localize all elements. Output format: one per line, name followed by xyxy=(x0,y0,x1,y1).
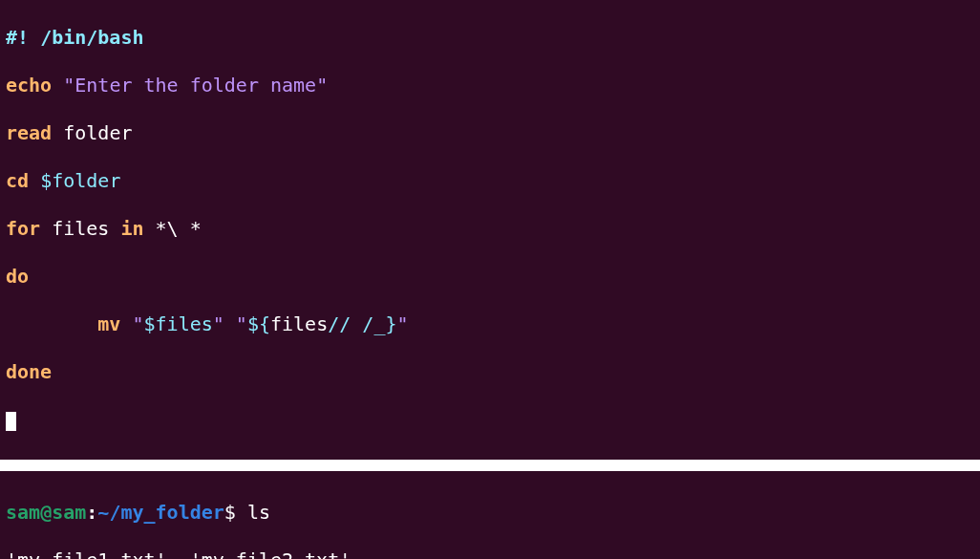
read-arg: folder xyxy=(52,121,132,144)
code-line: for files in *\ * xyxy=(6,217,974,241)
quote: " xyxy=(396,312,408,335)
keyword-read: read xyxy=(6,121,52,144)
code-line: cd $folder xyxy=(6,169,974,193)
keyword-cd: cd xyxy=(6,169,29,192)
output-ls-before: 'my file1.txt' 'my file2.txt' xyxy=(6,548,974,559)
keyword-do: do xyxy=(6,265,29,288)
keyword-echo: echo xyxy=(6,74,52,97)
prompt-user: sam xyxy=(6,501,40,524)
code-line: do xyxy=(6,265,974,289)
string-literal: Enter the folder name xyxy=(75,74,316,97)
glob-pattern: *\ * xyxy=(144,217,202,240)
brace-var: files xyxy=(270,312,328,335)
prompt-path: ~/my_folder xyxy=(97,501,224,524)
shebang: #! xyxy=(6,26,40,49)
keyword-done: done xyxy=(6,360,52,383)
variable-files: $files xyxy=(144,312,213,335)
editor-cursor xyxy=(6,412,16,431)
keyword-in: in xyxy=(120,217,143,240)
code-line: #! /bin/bash xyxy=(6,26,974,50)
quote: " xyxy=(316,74,328,97)
brace-op: // /_ xyxy=(328,312,385,335)
quote: " xyxy=(236,312,247,335)
prompt-host: sam xyxy=(52,501,86,524)
code-line: done xyxy=(6,360,974,384)
code-line xyxy=(6,408,974,432)
quote: " xyxy=(132,312,143,335)
code-line: mv "$files" "${files// /_}" xyxy=(6,312,974,336)
brace-close: } xyxy=(385,312,396,335)
cmd-ls: ls xyxy=(247,501,270,524)
code-line: echo "Enter the folder name" xyxy=(6,74,974,97)
variable-folder: $folder xyxy=(40,169,120,192)
shell-terminal[interactable]: sam@sam:~/my_folder$ ls 'my file1.txt' '… xyxy=(0,471,980,559)
keyword-for: for xyxy=(6,217,40,240)
script-editor: #! /bin/bash echo "Enter the folder name… xyxy=(0,0,980,460)
quote: " xyxy=(63,74,75,97)
quote: " xyxy=(213,312,224,335)
shell-line: sam@sam:~/my_folder$ ls xyxy=(6,501,974,525)
code-line: read folder xyxy=(6,121,974,145)
shebang-path: /bin/bash xyxy=(40,26,143,49)
brace-open: ${ xyxy=(247,312,270,335)
keyword-mv: mv xyxy=(97,312,120,335)
